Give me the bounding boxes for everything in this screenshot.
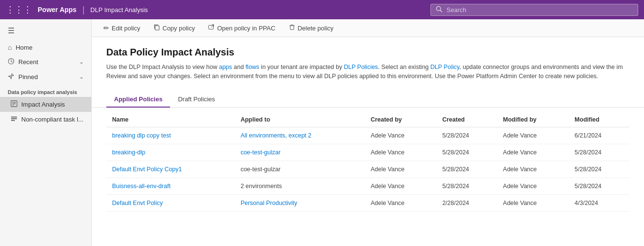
cell-created: 5/28/2024 (436, 161, 497, 178)
cell-modified: 6/21/2024 (569, 127, 630, 144)
grid-icon[interactable]: ⋮⋮⋮ (6, 4, 32, 15)
copy-policy-button[interactable]: Copy policy (152, 23, 197, 33)
cell-applied-to[interactable]: All environments, except 2 (235, 127, 365, 144)
app-name: Power Apps (38, 6, 76, 14)
flows-link[interactable]: flows (245, 64, 259, 70)
apps-link[interactable]: apps (219, 64, 232, 70)
cell-modified: 5/28/2024 (569, 161, 630, 178)
non-compliant-icon (11, 115, 17, 123)
sidebar-item-non-compliant[interactable]: Non-compliant task l... (0, 112, 91, 127)
cell-modified: 5/28/2024 (569, 178, 630, 194)
cell-created: 5/28/2024 (436, 144, 497, 161)
table-header: Name Applied to Created by Created Modif… (106, 112, 630, 127)
search-bar[interactable] (430, 4, 638, 16)
impact-analysis-icon (11, 100, 17, 109)
svg-rect-9 (11, 120, 15, 121)
cell-name[interactable]: Buisness-all-env-draft (106, 178, 235, 194)
toolbar: ✏ Edit policy Copy policy Open policy in… (92, 19, 644, 37)
table-row: Default Envt PolicyPersonal Productivity… (106, 194, 630, 211)
recent-icon (8, 58, 14, 66)
sidebar-item-pinned-label: Pinned (18, 73, 38, 81)
pinned-icon (8, 73, 14, 81)
nav-page-title: DLP Impact Analysis (90, 6, 148, 14)
sidebar-item-impact-analysis[interactable]: Impact Analysis (0, 97, 91, 112)
cell-name[interactable]: Default Envt Policy Copy1 (106, 161, 235, 178)
nav-divider: | (82, 5, 85, 15)
cell-created-by: Adele Vance (365, 144, 436, 161)
sidebar-item-pinned[interactable]: Pinned ⌄ (0, 69, 91, 84)
page-description-2: Review and save your changes. Select an … (106, 72, 630, 81)
page-header: Data Policy Impact Analysis Use the DLP … (92, 37, 644, 86)
table-body: breaking dlp copy testAll environments, … (106, 127, 630, 211)
copy-icon (154, 24, 160, 32)
cell-modified: 4/3/2024 (569, 194, 630, 211)
layout: ☰ ⌂ Home Recent ⌄ Pinned ⌄ Data policy i… (0, 19, 644, 246)
cell-created-by: Adele Vance (365, 161, 436, 178)
cell-applied-to[interactable]: coe-test-gulzar (235, 144, 365, 161)
col-modified: Modified (569, 112, 630, 127)
cell-created: 2/28/2024 (436, 194, 497, 211)
sidebar-item-recent[interactable]: Recent ⌄ (0, 55, 91, 69)
cell-created: 5/28/2024 (436, 127, 497, 144)
delete-policy-label: Delete policy (298, 25, 333, 32)
edit-policy-label: Edit policy (112, 25, 140, 32)
sidebar-item-impact-analysis-label: Impact Analysis (21, 101, 65, 108)
cell-applied-to: coe-test-gulzar (235, 161, 365, 178)
main-content: ✏ Edit policy Copy policy Open policy in… (92, 19, 644, 246)
col-name: Name (106, 112, 235, 127)
col-modified-by: Modified by (497, 112, 569, 127)
sidebar: ☰ ⌂ Home Recent ⌄ Pinned ⌄ Data policy i… (0, 19, 92, 246)
copy-policy-label: Copy policy (162, 25, 195, 32)
home-icon: ⌂ (8, 43, 12, 51)
svg-line-1 (440, 10, 442, 12)
cell-name[interactable]: Default Envt Policy (106, 194, 235, 211)
cell-modified-by: Adele Vance (497, 194, 569, 211)
cell-modified-by: Adele Vance (497, 144, 569, 161)
cell-created-by: Adele Vance (365, 194, 436, 211)
pinned-chevron-icon: ⌄ (79, 74, 84, 80)
open-ppac-button[interactable]: Open policy in PPAC (206, 23, 277, 33)
edit-icon: ✏ (103, 24, 109, 32)
cell-name[interactable]: breaking dlp copy test (106, 127, 235, 144)
sidebar-item-non-compliant-label: Non-compliant task l... (21, 116, 84, 123)
hamburger-button[interactable]: ☰ (0, 23, 91, 38)
cell-modified-by: Adele Vance (497, 161, 569, 178)
dlp-policy-link[interactable]: DLP Policy (430, 64, 459, 70)
search-icon (436, 6, 443, 14)
cell-created: 5/28/2024 (436, 178, 497, 194)
tab-draft-policies[interactable]: Draft Policies (170, 92, 223, 108)
top-nav: ⋮⋮⋮ Power Apps | DLP Impact Analysis (0, 0, 644, 19)
cell-modified-by: Adele Vance (497, 127, 569, 144)
table-row: Buisness-all-env-draft2 environmentsAdel… (106, 178, 630, 194)
recent-chevron-icon: ⌄ (79, 59, 84, 65)
search-input[interactable] (446, 6, 633, 14)
cell-modified: 5/28/2024 (569, 144, 630, 161)
sidebar-item-home-label: Home (15, 44, 32, 51)
svg-rect-10 (156, 26, 159, 30)
table-row: breaking dlp copy testAll environments, … (106, 127, 630, 144)
col-created-by: Created by (365, 112, 436, 127)
sidebar-item-recent-label: Recent (18, 58, 38, 66)
tab-applied-policies[interactable]: Applied Policies (106, 92, 170, 108)
cell-applied-to[interactable]: Personal Productivity (235, 194, 365, 211)
sidebar-section-label: Data policy impact analysis (0, 84, 91, 97)
edit-policy-button[interactable]: ✏ Edit policy (101, 23, 142, 33)
open-ppac-label: Open policy in PPAC (217, 25, 275, 32)
table-row: breaking-dlpcoe-test-gulzarAdele Vance5/… (106, 144, 630, 161)
cell-created-by: Adele Vance (365, 127, 436, 144)
svg-rect-8 (11, 118, 17, 119)
page-title: Data Policy Impact Analysis (106, 47, 630, 58)
policies-table: Name Applied to Created by Created Modif… (106, 112, 630, 212)
cell-name[interactable]: breaking-dlp (106, 144, 235, 161)
delete-icon (289, 24, 295, 32)
table-row: Default Envt Policy Copy1coe-test-gulzar… (106, 161, 630, 178)
table-container: Name Applied to Created by Created Modif… (92, 108, 644, 221)
svg-rect-7 (11, 117, 17, 118)
cell-applied-to: 2 environments (235, 178, 365, 194)
delete-policy-button[interactable]: Delete policy (287, 23, 335, 33)
open-ppac-icon (208, 24, 215, 32)
sidebar-item-home[interactable]: ⌂ Home (0, 40, 91, 55)
dlp-policies-link[interactable]: DLP Policies (344, 64, 378, 70)
tabs: Applied Policies Draft Policies (92, 92, 644, 108)
col-created: Created (436, 112, 497, 127)
